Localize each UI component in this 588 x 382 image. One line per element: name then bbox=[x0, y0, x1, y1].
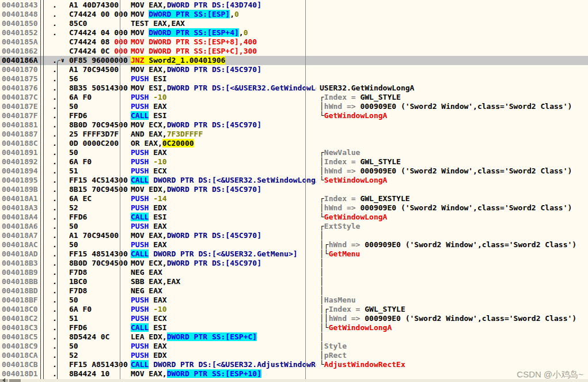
instruction-cell[interactable]: TEST EAX,EAX bbox=[128, 19, 316, 28]
instruction-cell[interactable]: CALL ESI bbox=[128, 323, 316, 332]
address-cell[interactable]: 004018A4 bbox=[0, 213, 45, 222]
comment-cell[interactable]: │ bbox=[316, 268, 588, 277]
disasm-row[interactable]: 004018A6.50PUSH EAX┌ExtStyle bbox=[0, 222, 588, 231]
horizontal-scrollbar[interactable] bbox=[0, 379, 588, 382]
comment-cell[interactable]: │pRect bbox=[316, 351, 588, 360]
disasm-row[interactable]: 00401862C74424 0C 000MOV DWORD PTR SS:[E… bbox=[0, 47, 588, 56]
instruction-cell[interactable]: CALL DWORD PTR DS:[<&USER32.AdjustWindow… bbox=[128, 360, 316, 369]
comment-cell[interactable]: │ bbox=[316, 332, 588, 342]
comment-cell[interactable]: ┌Index = GWL_STYLE bbox=[316, 93, 588, 102]
scrollbar-thumb[interactable] bbox=[9, 379, 21, 382]
address-cell[interactable]: 004018BF bbox=[0, 296, 45, 305]
address-cell[interactable]: 004018B9 bbox=[0, 268, 45, 277]
instruction-cell[interactable]: MOV EAX,DWORD PTR DS:[45C970] bbox=[128, 65, 316, 74]
address-cell[interactable]: 004018A7 bbox=[0, 231, 45, 240]
comment-cell[interactable] bbox=[316, 19, 588, 28]
instruction-cell[interactable]: MOV DWORD PTR SS:[ESP+8],400 bbox=[128, 37, 316, 47]
comment-cell[interactable]: └GetWindowLongA bbox=[316, 111, 588, 120]
address-cell[interactable]: 004018C2 bbox=[0, 314, 45, 323]
instruction-cell[interactable]: PUSH EAX bbox=[128, 296, 316, 305]
comment-cell[interactable]: ┌Index = GWL_EXSTYLE bbox=[316, 194, 588, 203]
address-cell[interactable]: 0040189B bbox=[0, 185, 45, 194]
instruction-cell[interactable]: AND EAX,7F3DFFFF bbox=[128, 130, 316, 139]
address-cell[interactable]: 004018CA bbox=[0, 351, 45, 360]
disasm-row[interactable]: 004018C9.50PUSH EAX│Style bbox=[0, 342, 588, 351]
address-cell[interactable]: 0040187C bbox=[0, 93, 45, 102]
instruction-cell[interactable]: PUSH -10 bbox=[128, 305, 316, 314]
comment-cell[interactable]: │└GetWindowLongA bbox=[316, 323, 588, 332]
address-cell[interactable]: 00401895 bbox=[0, 176, 45, 185]
disasm-row[interactable]: 004018A4.FFD6CALL ESI└GetWindowLongA bbox=[0, 213, 588, 222]
disasm-row[interactable]: 00401881.8B0D 70C94500MOV ECX,DWORD PTR … bbox=[0, 120, 588, 130]
disasm-row[interactable]: 00401848.C74424 00 000MOV DWORD PTR SS:[… bbox=[0, 10, 588, 19]
disasm-row[interactable]: 004018BB.1BC0SBB EAX,EAX│ bbox=[0, 277, 588, 286]
comment-cell[interactable]: │ bbox=[316, 286, 588, 296]
address-cell[interactable]: 00401876 bbox=[0, 84, 45, 93]
disasm-row[interactable]: 00401870.A1 70C94500MOV EAX,DWORD PTR DS… bbox=[0, 65, 588, 74]
instruction-cell[interactable]: NEG EAX bbox=[128, 268, 316, 277]
address-cell[interactable]: 00401891 bbox=[0, 148, 45, 157]
instruction-cell[interactable]: PUSH EDX bbox=[128, 203, 316, 213]
address-cell[interactable]: 00401850 bbox=[0, 19, 45, 28]
address-cell[interactable]: 004018C3 bbox=[0, 323, 45, 332]
address-cell[interactable]: 00401894 bbox=[0, 167, 45, 176]
instruction-cell[interactable]: SBB EAX,EAX bbox=[128, 277, 316, 286]
instruction-cell[interactable]: JNZ Sword2_1.00401906 bbox=[128, 56, 316, 65]
address-cell[interactable]: 004018CB bbox=[0, 360, 45, 369]
disasm-row[interactable]: 0040187C.6A F0PUSH -10┌Index = GWL_STYLE bbox=[0, 93, 588, 102]
address-cell[interactable]: 004018C5 bbox=[0, 332, 45, 342]
address-cell[interactable]: 004018C0 bbox=[0, 305, 45, 314]
address-cell[interactable]: 004018AD bbox=[0, 249, 45, 259]
instruction-cell[interactable]: LEA EDX,DWORD PTR SS:[ESP+C] bbox=[128, 332, 316, 342]
disasm-row[interactable]: 004018C5.8D5424 0CLEA EDX,DWORD PTR SS:[… bbox=[0, 332, 588, 342]
address-cell[interactable]: 004018A3 bbox=[0, 203, 45, 213]
instruction-cell[interactable]: MOV ESI,DWORD PTR DS:[<&USER32.GetWindow… bbox=[128, 84, 316, 93]
disasm-row[interactable]: 00401887.25 FFFF3D7FAND EAX,7F3DFFFF bbox=[0, 130, 588, 139]
address-cell[interactable]: 00401881 bbox=[0, 120, 45, 130]
instruction-cell[interactable]: PUSH -10 bbox=[128, 157, 316, 167]
instruction-cell[interactable]: MOV EAX,DWORD PTR DS:[43D740] bbox=[128, 1, 316, 10]
comment-cell[interactable]: │┌Index = GWL_STYLE bbox=[316, 305, 588, 314]
instruction-cell[interactable]: MOV ECX,DWORD PTR DS:[45C970] bbox=[128, 120, 316, 130]
column-separator-address-left[interactable] bbox=[40, 0, 41, 382]
comment-cell[interactable] bbox=[316, 28, 588, 37]
disasm-row[interactable]: 004018CB.FF15 A8514300CALL DWORD PTR DS:… bbox=[0, 360, 588, 369]
comment-cell[interactable] bbox=[316, 130, 588, 139]
comment-cell[interactable]: │hWnd => 000909E0 ('Sword2 Window',class… bbox=[316, 167, 588, 176]
disasm-row[interactable]: 0040189B.8B15 70C94500MOV EDX,DWORD PTR … bbox=[0, 185, 588, 194]
address-cell[interactable]: 004018A6 bbox=[0, 222, 45, 231]
address-cell[interactable]: 00401862 bbox=[0, 47, 45, 56]
comment-cell[interactable] bbox=[316, 56, 588, 65]
disasm-row[interactable]: 004018A7.A1 70C94500MOV EAX,DWORD PTR DS… bbox=[0, 231, 588, 240]
instruction-cell[interactable]: PUSH ECX bbox=[128, 314, 316, 323]
comment-cell[interactable] bbox=[316, 185, 588, 194]
comment-cell[interactable]: USER32.GetWindowLongA bbox=[316, 84, 588, 93]
instruction-cell[interactable]: PUSH EDX bbox=[128, 351, 316, 360]
comment-cell[interactable] bbox=[316, 1, 588, 10]
instruction-cell[interactable]: MOV DWORD PTR SS:[ESP+4],0 bbox=[128, 28, 316, 37]
instruction-cell[interactable]: CALL DWORD PTR DS:[<&USER32.SetWindowLon… bbox=[128, 176, 316, 185]
comment-cell[interactable]: ┌ExtStyle bbox=[316, 222, 588, 231]
comment-cell[interactable]: └SetWindowLongA bbox=[316, 176, 588, 185]
instruction-cell[interactable]: MOV EAX,DWORD PTR SS:[ESP+10] bbox=[128, 369, 316, 379]
comment-cell[interactable]: └AdjustWindowRectEx bbox=[316, 360, 588, 369]
instruction-cell[interactable]: PUSH -14 bbox=[128, 194, 316, 203]
instruction-cell[interactable]: PUSH EAX bbox=[128, 102, 316, 111]
disasm-row[interactable]: 004018BF.50PUSH EAX│HasMenu bbox=[0, 296, 588, 305]
disasm-row[interactable]: 00401850.85C0TEST EAX,EAX bbox=[0, 19, 588, 28]
disasm-row[interactable]: 00401892.6A F0PUSH -10│Index = GWL_STYLE bbox=[0, 157, 588, 167]
instruction-cell[interactable]: PUSH EAX bbox=[128, 342, 316, 351]
address-cell[interactable]: 00401848 bbox=[0, 10, 45, 19]
comment-cell[interactable]: │Style bbox=[316, 342, 588, 351]
disasm-row[interactable]: 004018A3.52PUSH EDX│hWnd => 000909E0 ('S… bbox=[0, 203, 588, 213]
instruction-cell[interactable]: PUSH ESI bbox=[128, 74, 316, 84]
instruction-cell[interactable]: MOV ECX,DWORD PTR DS:[45C970] bbox=[128, 259, 316, 268]
comment-cell[interactable] bbox=[316, 120, 588, 130]
address-cell[interactable]: 00401887 bbox=[0, 130, 45, 139]
instruction-cell[interactable]: PUSH EAX bbox=[128, 148, 316, 157]
address-cell[interactable]: 00401843 bbox=[0, 1, 45, 10]
comment-cell[interactable] bbox=[316, 10, 588, 19]
disasm-row[interactable]: 00401891.50PUSH EAX┌NewValue bbox=[0, 148, 588, 157]
address-cell[interactable]: 004018C9 bbox=[0, 342, 45, 351]
disasm-row[interactable]: 004018BD.F7D8NEG EAX│ bbox=[0, 286, 588, 296]
